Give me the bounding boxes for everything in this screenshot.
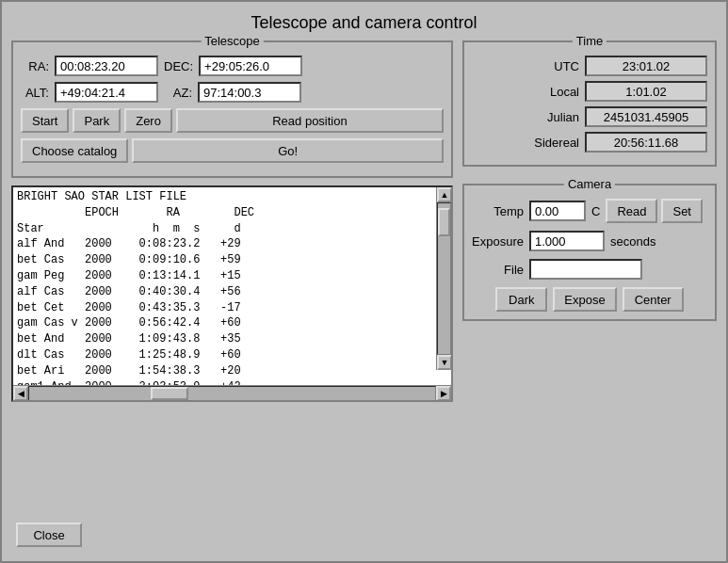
dec-input[interactable] xyxy=(199,56,302,76)
time-group-label: Time xyxy=(573,34,607,48)
vertical-scrollbar: ▲ ▼ xyxy=(436,187,451,370)
camera-buttons-row: Dark Expose Center xyxy=(472,287,707,312)
center-button[interactable]: Center xyxy=(623,287,684,312)
az-input[interactable] xyxy=(198,82,301,103)
scroll-right-arrow[interactable]: ▶ xyxy=(436,386,451,401)
az-label: AZ: xyxy=(164,86,192,100)
utc-label: UTC xyxy=(527,59,579,73)
utc-value: 23:01.02 xyxy=(585,56,707,76)
starlist-text: BRIGHT SAO STAR LIST FILE EPOCH RA DEC S… xyxy=(13,187,451,385)
app-title: Telescope and camera control xyxy=(2,2,726,40)
exposure-row: Exposure seconds xyxy=(472,231,707,251)
scroll-down-arrow[interactable]: ▼ xyxy=(437,355,451,370)
read-set-row: Read Set xyxy=(606,199,703,223)
file-label: File xyxy=(472,263,524,277)
scroll-left-arrow[interactable]: ◀ xyxy=(13,386,28,401)
read-button[interactable]: Read xyxy=(606,199,657,223)
telescope-group-label: Telescope xyxy=(201,34,264,48)
read-position-button[interactable]: Read position xyxy=(176,108,444,133)
ra-label: RA: xyxy=(21,59,49,73)
camera-group: Camera Temp C Read Set Exposure seconds xyxy=(462,184,717,321)
julian-row: Julian 2451031.45905 xyxy=(472,106,707,127)
set-button[interactable]: Set xyxy=(661,199,703,223)
vscroll-track[interactable] xyxy=(437,202,451,355)
exposure-label: Exposure xyxy=(472,234,524,249)
catalog-go-row: Choose catalog Go! xyxy=(21,138,444,163)
exposure-input[interactable] xyxy=(529,231,605,251)
hscroll-track[interactable] xyxy=(28,386,436,401)
julian-label: Julian xyxy=(527,110,579,124)
dark-button[interactable]: Dark xyxy=(495,287,547,312)
sidereal-row: Sidereal 20:56:11.68 xyxy=(472,132,707,153)
ra-input[interactable] xyxy=(55,56,158,76)
hscroll-thumb[interactable] xyxy=(151,387,188,400)
starlist-scroll-area[interactable]: BRIGHT SAO STAR LIST FILE EPOCH RA DEC S… xyxy=(13,187,451,385)
file-input[interactable] xyxy=(529,259,642,280)
main-window: Telescope and camera control Telescope R… xyxy=(0,0,728,563)
temp-row: Temp C Read Set xyxy=(472,199,707,223)
choose-catalog-button[interactable]: Choose catalog xyxy=(21,138,128,163)
time-group: Time UTC 23:01.02 Local 1:01.02 Julian 2… xyxy=(462,40,717,167)
camera-group-label: Camera xyxy=(564,177,615,191)
alt-row: ALT: AZ: xyxy=(21,82,444,103)
julian-value: 2451031.45905 xyxy=(585,106,707,127)
scroll-up-arrow[interactable]: ▲ xyxy=(437,187,451,202)
local-value: 1:01.02 xyxy=(585,81,707,102)
left-panel: Telescope RA: DEC: ALT: AZ: Start Park xyxy=(11,40,453,402)
sidereal-value: 20:56:11.68 xyxy=(585,132,707,153)
ra-row: RA: DEC: xyxy=(21,56,444,76)
alt-label: ALT: xyxy=(21,86,49,100)
temp-unit: C xyxy=(591,204,600,218)
start-button[interactable]: Start xyxy=(21,108,69,133)
alt-input[interactable] xyxy=(55,82,158,103)
utc-row: UTC 23:01.02 xyxy=(472,56,707,76)
horizontal-scrollbar: ◀ ▶ xyxy=(13,385,451,400)
expose-button[interactable]: Expose xyxy=(553,287,616,312)
control-buttons-row: Start Park Zero Read position xyxy=(21,108,444,133)
file-row: File xyxy=(472,259,707,280)
temp-label: Temp xyxy=(472,204,524,218)
right-panel: Time UTC 23:01.02 Local 1:01.02 Julian 2… xyxy=(462,40,717,402)
go-button[interactable]: Go! xyxy=(132,138,444,163)
starlist-container: BRIGHT SAO STAR LIST FILE EPOCH RA DEC S… xyxy=(11,185,453,402)
zero-button[interactable]: Zero xyxy=(124,108,172,133)
exposure-unit: seconds xyxy=(610,234,655,249)
dec-label: DEC: xyxy=(164,59,193,73)
close-button[interactable]: Close xyxy=(16,523,82,547)
local-row: Local 1:01.02 xyxy=(472,81,707,102)
sidereal-label: Sidereal xyxy=(527,136,579,150)
close-area: Close xyxy=(16,523,82,547)
temp-input[interactable] xyxy=(529,201,586,221)
park-button[interactable]: Park xyxy=(73,108,121,133)
local-label: Local xyxy=(527,85,579,99)
vscroll-thumb[interactable] xyxy=(438,208,450,236)
telescope-group: Telescope RA: DEC: ALT: AZ: Start Park xyxy=(11,40,453,178)
